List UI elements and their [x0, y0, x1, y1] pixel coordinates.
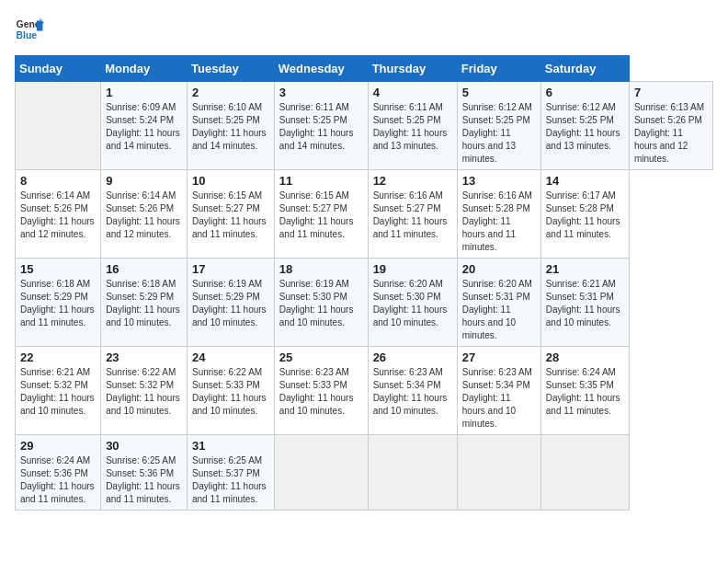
day-number: 4	[373, 86, 452, 99]
day-detail: Sunrise: 6:17 AM Sunset: 5:28 PM Dayligh…	[546, 190, 624, 241]
calendar-cell: 22 Sunrise: 6:21 AM Sunset: 5:32 PM Dayl…	[16, 347, 101, 435]
day-number: 12	[373, 174, 452, 188]
day-number: 26	[373, 350, 452, 364]
calendar-cell	[274, 435, 368, 511]
day-number: 8	[20, 174, 96, 188]
day-number: 14	[546, 174, 624, 188]
header-thursday: Thursday	[368, 56, 457, 82]
day-number: 1	[106, 86, 182, 99]
day-detail: Sunrise: 6:10 AM Sunset: 5:25 PM Dayligh…	[192, 101, 269, 153]
day-detail: Sunrise: 6:14 AM Sunset: 5:26 PM Dayligh…	[20, 190, 96, 241]
day-detail: Sunrise: 6:09 AM Sunset: 5:24 PM Dayligh…	[106, 101, 182, 153]
day-number: 10	[192, 174, 269, 188]
day-number: 22	[20, 350, 96, 364]
calendar-cell: 5 Sunrise: 6:12 AM Sunset: 5:25 PM Dayli…	[457, 82, 540, 170]
calendar-week-4: 22 Sunrise: 6:21 AM Sunset: 5:32 PM Dayl…	[16, 347, 713, 435]
calendar-cell	[16, 82, 101, 170]
day-number: 21	[546, 262, 624, 276]
day-number: 9	[106, 174, 182, 188]
calendar-cell: 9 Sunrise: 6:14 AM Sunset: 5:26 PM Dayli…	[101, 170, 188, 259]
header: General Blue	[15, 15, 713, 44]
header-friday: Friday	[457, 56, 540, 82]
calendar-cell: 29 Sunrise: 6:24 AM Sunset: 5:36 PM Dayl…	[16, 435, 101, 511]
day-number: 16	[106, 262, 182, 276]
day-detail: Sunrise: 6:23 AM Sunset: 5:34 PM Dayligh…	[462, 366, 536, 431]
calendar-cell: 27 Sunrise: 6:23 AM Sunset: 5:34 PM Dayl…	[457, 347, 540, 435]
calendar-table: SundayMondayTuesdayWednesdayThursdayFrid…	[15, 55, 713, 511]
day-detail: Sunrise: 6:11 AM Sunset: 5:25 PM Dayligh…	[279, 101, 363, 153]
calendar-cell: 21 Sunrise: 6:21 AM Sunset: 5:31 PM Dayl…	[540, 259, 629, 347]
calendar-header-row: SundayMondayTuesdayWednesdayThursdayFrid…	[16, 56, 713, 82]
calendar-cell: 4 Sunrise: 6:11 AM Sunset: 5:25 PM Dayli…	[368, 82, 457, 170]
calendar-week-1: 1 Sunrise: 6:09 AM Sunset: 5:24 PM Dayli…	[16, 82, 713, 170]
header-tuesday: Tuesday	[188, 56, 275, 82]
calendar-cell: 7 Sunrise: 6:13 AM Sunset: 5:26 PM Dayli…	[629, 82, 712, 170]
day-number: 11	[279, 174, 363, 188]
calendar-cell: 8 Sunrise: 6:14 AM Sunset: 5:26 PM Dayli…	[16, 170, 101, 259]
day-detail: Sunrise: 6:15 AM Sunset: 5:27 PM Dayligh…	[279, 190, 363, 241]
day-number: 6	[546, 86, 624, 99]
day-detail: Sunrise: 6:24 AM Sunset: 5:35 PM Dayligh…	[546, 366, 624, 418]
day-detail: Sunrise: 6:12 AM Sunset: 5:25 PM Dayligh…	[462, 101, 536, 166]
day-detail: Sunrise: 6:23 AM Sunset: 5:33 PM Dayligh…	[279, 366, 363, 418]
calendar-cell: 1 Sunrise: 6:09 AM Sunset: 5:24 PM Dayli…	[101, 82, 188, 170]
calendar-cell: 31 Sunrise: 6:25 AM Sunset: 5:37 PM Dayl…	[188, 435, 275, 511]
calendar-cell	[368, 435, 457, 511]
calendar-cell: 28 Sunrise: 6:24 AM Sunset: 5:35 PM Dayl…	[540, 347, 629, 435]
day-detail: Sunrise: 6:23 AM Sunset: 5:34 PM Dayligh…	[373, 366, 452, 418]
day-number: 2	[192, 86, 269, 99]
calendar-cell: 2 Sunrise: 6:10 AM Sunset: 5:25 PM Dayli…	[188, 82, 275, 170]
calendar-cell: 17 Sunrise: 6:19 AM Sunset: 5:29 PM Dayl…	[188, 259, 275, 347]
day-detail: Sunrise: 6:11 AM Sunset: 5:25 PM Dayligh…	[373, 101, 452, 153]
day-number: 24	[192, 350, 269, 364]
day-number: 20	[462, 262, 536, 276]
calendar-cell: 14 Sunrise: 6:17 AM Sunset: 5:28 PM Dayl…	[540, 170, 629, 259]
svg-text:Blue: Blue	[17, 30, 38, 40]
calendar-cell: 24 Sunrise: 6:22 AM Sunset: 5:33 PM Dayl…	[188, 347, 275, 435]
day-detail: Sunrise: 6:16 AM Sunset: 5:28 PM Dayligh…	[462, 190, 536, 254]
calendar-cell: 30 Sunrise: 6:25 AM Sunset: 5:36 PM Dayl…	[101, 435, 188, 511]
calendar-cell: 19 Sunrise: 6:20 AM Sunset: 5:30 PM Dayl…	[368, 259, 457, 347]
day-number: 19	[373, 262, 452, 276]
calendar-week-3: 15 Sunrise: 6:18 AM Sunset: 5:29 PM Dayl…	[16, 259, 713, 347]
day-detail: Sunrise: 6:22 AM Sunset: 5:33 PM Dayligh…	[192, 366, 269, 418]
day-detail: Sunrise: 6:20 AM Sunset: 5:31 PM Dayligh…	[462, 278, 536, 342]
day-number: 28	[546, 350, 624, 364]
day-number: 13	[462, 174, 536, 188]
day-detail: Sunrise: 6:24 AM Sunset: 5:36 PM Dayligh…	[20, 454, 96, 506]
day-number: 17	[192, 262, 269, 276]
calendar-cell: 12 Sunrise: 6:16 AM Sunset: 5:27 PM Dayl…	[368, 170, 457, 259]
day-number: 7	[634, 86, 708, 99]
day-detail: Sunrise: 6:22 AM Sunset: 5:32 PM Dayligh…	[106, 366, 182, 418]
day-detail: Sunrise: 6:13 AM Sunset: 5:26 PM Dayligh…	[634, 101, 708, 166]
calendar-cell: 10 Sunrise: 6:15 AM Sunset: 5:27 PM Dayl…	[188, 170, 275, 259]
header-saturday: Saturday	[540, 56, 629, 82]
calendar-cell: 3 Sunrise: 6:11 AM Sunset: 5:25 PM Dayli…	[274, 82, 368, 170]
calendar-cell: 26 Sunrise: 6:23 AM Sunset: 5:34 PM Dayl…	[368, 347, 457, 435]
header-monday: Monday	[101, 56, 188, 82]
day-detail: Sunrise: 6:16 AM Sunset: 5:27 PM Dayligh…	[373, 190, 452, 241]
day-number: 15	[20, 262, 96, 276]
calendar-week-2: 8 Sunrise: 6:14 AM Sunset: 5:26 PM Dayli…	[16, 170, 713, 259]
day-detail: Sunrise: 6:18 AM Sunset: 5:29 PM Dayligh…	[20, 278, 96, 329]
calendar-cell	[540, 435, 629, 511]
day-detail: Sunrise: 6:21 AM Sunset: 5:31 PM Dayligh…	[546, 278, 624, 329]
day-number: 29	[20, 439, 96, 453]
calendar-cell: 18 Sunrise: 6:19 AM Sunset: 5:30 PM Dayl…	[274, 259, 368, 347]
calendar-cell	[457, 435, 540, 511]
day-number: 30	[106, 439, 182, 453]
day-detail: Sunrise: 6:12 AM Sunset: 5:25 PM Dayligh…	[546, 101, 624, 153]
day-detail: Sunrise: 6:18 AM Sunset: 5:29 PM Dayligh…	[106, 278, 182, 329]
day-detail: Sunrise: 6:14 AM Sunset: 5:26 PM Dayligh…	[106, 190, 182, 241]
day-detail: Sunrise: 6:19 AM Sunset: 5:30 PM Dayligh…	[279, 278, 363, 329]
day-number: 5	[462, 86, 536, 99]
day-detail: Sunrise: 6:20 AM Sunset: 5:30 PM Dayligh…	[373, 278, 452, 329]
day-detail: Sunrise: 6:25 AM Sunset: 5:37 PM Dayligh…	[192, 454, 269, 506]
day-number: 27	[462, 350, 536, 364]
day-detail: Sunrise: 6:21 AM Sunset: 5:32 PM Dayligh…	[20, 366, 96, 418]
svg-marker-2	[37, 20, 42, 30]
logo-icon: General Blue	[15, 15, 44, 44]
calendar-cell: 25 Sunrise: 6:23 AM Sunset: 5:33 PM Dayl…	[274, 347, 368, 435]
header-wednesday: Wednesday	[274, 56, 368, 82]
day-number: 25	[279, 350, 363, 364]
